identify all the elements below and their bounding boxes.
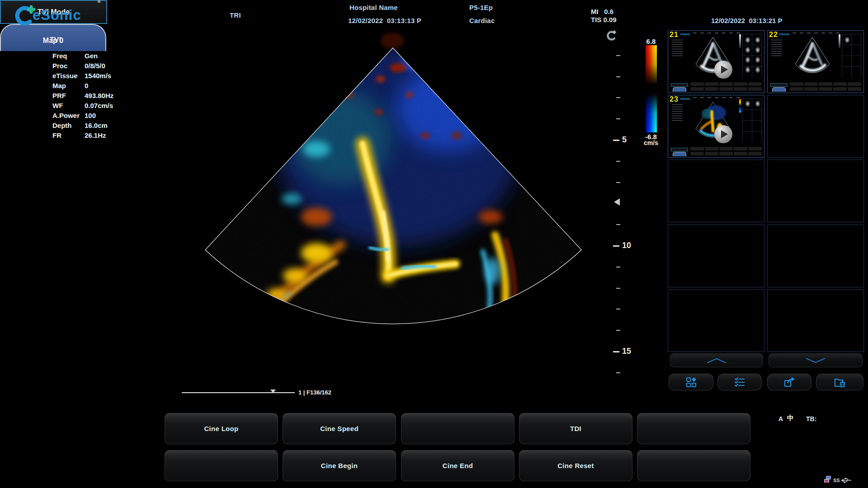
usb-ss-label: SS — [833, 478, 840, 483]
thumbnail-mini-button — [833, 82, 847, 86]
cine-end-button[interactable]: Cine End — [401, 450, 514, 481]
thumbnail-mini-button — [734, 82, 747, 86]
thumbnail-play-icon — [714, 61, 732, 79]
thumbnail-mini-button — [690, 152, 704, 155]
ultrasound-screen: eSonic TRI Hospital Name 12/02/2022 03:1… — [0, 0, 868, 488]
thumbnail-mini-buttons — [690, 82, 762, 92]
depth-label: 15 — [622, 347, 631, 356]
thumbnail-mini-button — [748, 147, 762, 150]
play-triangle — [721, 66, 728, 74]
thumbnail-mini-button — [804, 82, 818, 86]
thumbnail-params-lines — [672, 104, 683, 121]
blank-softkey-button[interactable] — [637, 413, 750, 444]
softkey-label: Cine Speed — [320, 425, 359, 432]
thumbnail-mini-mode-button — [671, 148, 688, 151]
thumbnail-mini-button — [719, 87, 733, 91]
blank-softkey-button[interactable] — [165, 450, 278, 481]
thumbnail-mini-clip — [745, 37, 750, 43]
thumbnail-mini-button — [705, 87, 718, 91]
thumbnail-cell[interactable]: 23eSonic — [668, 95, 764, 158]
cine-progress-line[interactable] — [182, 392, 295, 393]
thumbnail-mini-button — [848, 82, 861, 86]
depth-minor-tick — [616, 267, 620, 267]
cine-reset-button[interactable]: Cine Reset — [519, 450, 632, 481]
thumbnail-number: 23 — [670, 95, 679, 103]
thumbnail-empty-cell — [668, 160, 764, 222]
export-button[interactable] — [767, 374, 811, 390]
thumbnail-mini-button — [804, 87, 818, 91]
thumbnail-mini-clip — [755, 66, 760, 73]
trash-icon — [834, 376, 846, 388]
thumbnail-empty-cell — [767, 160, 864, 222]
thumbnail-mini-button — [734, 147, 747, 150]
thumbnail-mini-button — [705, 152, 718, 155]
softkey-label: Cine End — [443, 462, 473, 469]
depth-label: 10 — [622, 241, 631, 250]
thumbnail-sector-image — [684, 99, 741, 147]
softkey-label: Cine Reset — [557, 462, 594, 469]
depth-minor-tick — [616, 372, 620, 373]
depth-major-tick — [613, 245, 619, 247]
thumbnail-mini-button — [690, 147, 704, 150]
thumbnail-mini-buttons — [789, 82, 862, 92]
depth-minor-tick — [616, 182, 620, 183]
thumbnail-mini-buttons — [690, 146, 762, 156]
thumbnail-cell[interactable]: 22eSonic — [767, 30, 864, 93]
thumbnail-mini-button — [790, 82, 803, 86]
blank-softkey-button[interactable] — [637, 450, 750, 481]
cine-begin-button[interactable]: Cine Begin — [283, 450, 396, 481]
thumbnail-empty-cell — [668, 289, 764, 352]
thumbnails-page-down-button[interactable] — [769, 353, 863, 367]
thumbnail-mini-button — [690, 82, 704, 86]
cine-position-marker[interactable] — [270, 389, 276, 393]
thumbnail-mini-grid — [742, 34, 762, 77]
cine-frame-counter: 1 | F136/162 — [298, 389, 331, 396]
thumbnail-empty-cell — [668, 225, 764, 287]
thumbnail-mini-clip — [755, 47, 760, 53]
thumbnail-mini-button — [819, 82, 832, 86]
thumbnail-mini-mode-button — [770, 83, 788, 87]
thumbnail-params-lines — [672, 40, 683, 56]
export-icon — [783, 376, 796, 388]
network-disconnected-icon: ✕ — [824, 475, 831, 484]
thumbnail-mini-map-button — [673, 87, 686, 92]
review-list-button[interactable] — [717, 374, 762, 390]
thumbnail-mini-button — [690, 87, 704, 91]
thumbnail-mini-map-button — [673, 152, 686, 156]
depth-minor-tick — [616, 288, 620, 289]
colorbar-unit: cm/s — [642, 139, 660, 146]
thumbnail-panel: 21eSonic22eSonic23eSonic — [668, 30, 865, 353]
usb-superspeed-indicator: SS — [833, 477, 852, 483]
colorbar-max-value: 6.8 — [644, 38, 658, 45]
thumbnail-params-lines — [771, 40, 782, 56]
thumbnail-mini-button — [819, 87, 832, 91]
colorbar-negative-gradient — [646, 89, 657, 133]
usb-trident-icon — [840, 477, 852, 483]
thumbnail-mini-colorbar — [739, 99, 741, 113]
thumbnail-number: 22 — [769, 31, 778, 39]
thumbnail-mini-button — [719, 152, 733, 155]
thumbnails-page-up-button[interactable] — [670, 353, 763, 367]
thumbnail-mini-colorbar — [739, 34, 741, 48]
thumbnail-mini-clip — [745, 66, 750, 73]
depth-ruler: 51015 — [610, 32, 637, 389]
cine-speed-button[interactable]: Cine Speed — [283, 413, 396, 444]
layout-button[interactable] — [669, 374, 713, 390]
delete-button[interactable] — [816, 374, 863, 390]
thumbnail-header-lines — [693, 97, 743, 98]
softkey-label: TDI — [570, 425, 581, 432]
thumbnail-mini-button — [748, 82, 762, 86]
softkey-label: Cine Begin — [321, 462, 358, 469]
tdi-button[interactable]: TDI — [519, 413, 632, 444]
trackball-indicator: TB: — [806, 415, 816, 422]
chevron-down-icon — [805, 357, 826, 364]
thumbnail-sector-image — [784, 34, 841, 82]
thumbnail-mini-button — [705, 147, 718, 150]
thumbnail-mini-grid — [842, 34, 862, 77]
thumbnail-number: 21 — [670, 31, 679, 39]
thumbnail-cell[interactable]: 21eSonic — [668, 30, 764, 93]
cine-loop-button[interactable]: Cine Loop — [165, 413, 278, 444]
chevron-up-icon — [706, 357, 727, 364]
thumbnail-mini-button — [719, 82, 733, 86]
blank-softkey-button[interactable] — [401, 413, 514, 444]
